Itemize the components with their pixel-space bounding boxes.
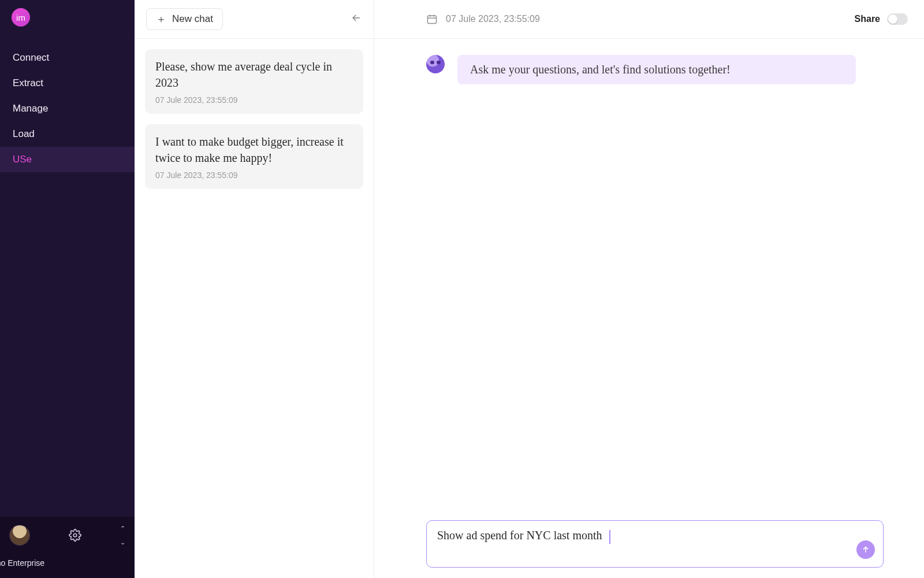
sidebar-nav: Connect Extract Manage Load USe: [0, 45, 135, 172]
chat-list-panel: ＋ New chat Please, show me average deal …: [135, 0, 374, 578]
chat-list-item-text: Please, show me average deal cycle in 20…: [155, 58, 353, 91]
svg-point-0: [73, 533, 77, 537]
brand-logo-wrap: im: [0, 0, 135, 31]
share-label: Share: [855, 14, 880, 24]
toggle-knob: [888, 14, 897, 24]
text-caret: [609, 530, 610, 544]
share-toggle[interactable]: [887, 13, 908, 25]
arrow-left-icon: [351, 12, 362, 24]
sidebar-item-connect[interactable]: Connect: [0, 45, 135, 71]
settings-icon[interactable]: [69, 529, 81, 542]
brand-logo[interactable]: im: [12, 8, 30, 27]
sidebar-resize-handle[interactable]: ⌃ ⌄: [120, 527, 125, 544]
share-control: Share: [855, 13, 908, 25]
sidebar-footer: ⌃ ⌄ Demo Enterprise: [0, 517, 135, 578]
sidebar-item-label: Extract: [13, 77, 43, 88]
send-button[interactable]: [856, 540, 875, 559]
sidebar-item-extract[interactable]: Extract: [0, 71, 135, 96]
message-input-value: Show ad spend for NYC last month: [437, 529, 602, 542]
message-input[interactable]: Show ad spend for NYC last month: [426, 520, 884, 568]
sidebar-item-manage[interactable]: Manage: [0, 96, 135, 121]
main-header: 07 Jule 2023, 23:55:09 Share: [374, 0, 924, 39]
svg-rect-1: [428, 16, 437, 23]
sidebar-item-label: Manage: [13, 103, 48, 114]
main-panel: 07 Jule 2023, 23:55:09 Share Ask me your…: [374, 0, 924, 578]
assistant-avatar-icon: [426, 55, 445, 73]
collapse-panel-button[interactable]: [351, 12, 362, 26]
brand-logo-text: im: [16, 13, 25, 23]
assistant-message-bubble: Ask me your questions, and let's find so…: [457, 55, 856, 84]
chat-body: Ask me your questions, and let's find so…: [374, 39, 924, 578]
new-chat-label: New chat: [172, 13, 213, 25]
chevron-down-icon: ⌄: [120, 540, 125, 544]
sidebar-item-use[interactable]: USe: [0, 147, 135, 172]
sidebar-item-label: Load: [13, 128, 35, 139]
chat-list-item[interactable]: Please, show me average deal cycle in 20…: [145, 49, 363, 114]
assistant-message-text: Ask me your questions, and let's find so…: [470, 63, 731, 76]
arrow-up-icon: [861, 545, 870, 554]
composer-wrap: Show ad spend for NYC last month: [426, 520, 884, 568]
sidebar: im Connect Extract Manage Load USe ⌃ ⌄ D…: [0, 0, 135, 578]
chat-list-item-text: I want to make budget bigger, increase i…: [155, 134, 353, 166]
chat-list-item[interactable]: I want to make budget bigger, increase i…: [145, 124, 363, 189]
chat-list: Please, show me average deal cycle in 20…: [135, 39, 374, 199]
chevron-up-icon: ⌃: [120, 527, 125, 530]
chat-list-header: ＋ New chat: [135, 0, 374, 39]
calendar-icon: [426, 13, 438, 25]
header-date-wrap: 07 Jule 2023, 23:55:09: [426, 13, 540, 25]
sidebar-item-label: USe: [13, 154, 32, 165]
user-avatar[interactable]: [9, 525, 30, 546]
user-org-label: Demo Enterprise: [0, 558, 125, 568]
new-chat-button[interactable]: ＋ New chat: [146, 8, 223, 30]
assistant-message-row: Ask me your questions, and let's find so…: [426, 55, 884, 84]
header-date: 07 Jule 2023, 23:55:09: [446, 14, 540, 24]
sidebar-item-load[interactable]: Load: [0, 121, 135, 147]
sidebar-item-label: Connect: [13, 52, 49, 63]
plus-icon: ＋: [156, 14, 166, 24]
chat-list-item-date: 07 Jule 2023, 23:55:09: [155, 95, 353, 105]
chat-list-item-date: 07 Jule 2023, 23:55:09: [155, 171, 353, 180]
